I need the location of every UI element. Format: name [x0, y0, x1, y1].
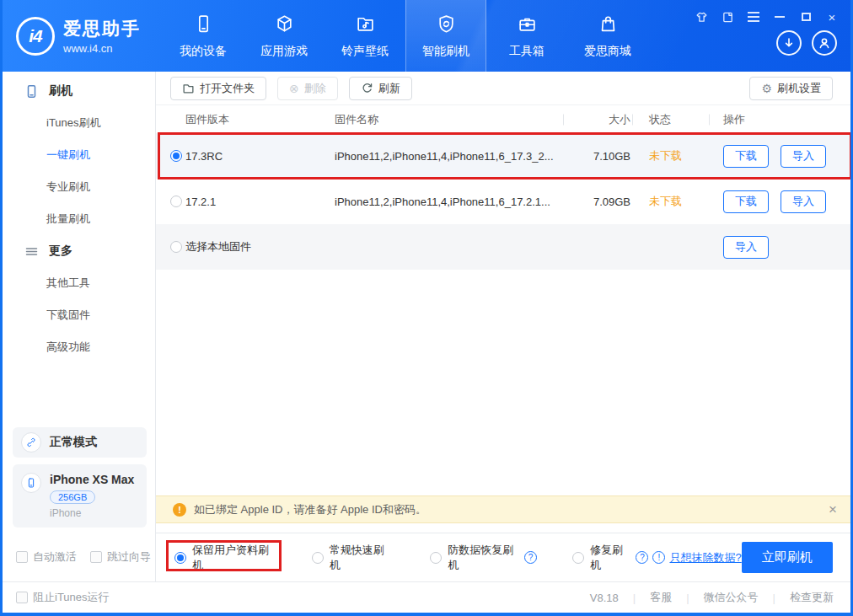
status-badge: 未下载	[649, 149, 682, 162]
import-button[interactable]: 导入	[723, 236, 769, 259]
firmware-toolbar: 打开文件夹 ⊗ 删除 刷新 ⚙ 刷机设置	[156, 72, 850, 105]
flash-mode-options: 保留用户资料刷机 常规快速刷机 防数据恢复刷机 ? 修复刷机 ? ! 只想抹除数…	[156, 533, 850, 581]
tab-apps-games[interactable]: 应用游戏	[244, 0, 325, 72]
bottom-left-options: 自动激活 跳过向导	[3, 533, 156, 581]
delete-button[interactable]: ⊗ 删除	[277, 77, 338, 100]
checkbox-icon[interactable]	[16, 551, 28, 563]
brand-name: 爱思助手	[63, 17, 141, 40]
help-question-icon[interactable]: ?	[524, 551, 537, 564]
device-name: iPhone XS Max	[50, 473, 134, 486]
sidebar-item-batch-flash[interactable]: 批量刷机	[3, 203, 155, 235]
tab-my-devices[interactable]: 我的设备	[163, 0, 244, 72]
wechat-official-link[interactable]: 微信公众号	[704, 590, 759, 605]
download-manager-icon[interactable]	[776, 30, 802, 56]
notice-close-icon[interactable]: ×	[829, 502, 837, 517]
tab-toolbox[interactable]: 工具箱	[486, 0, 567, 72]
row-radio[interactable]	[170, 196, 182, 207]
local-firmware-label: 选择本地固件	[185, 239, 711, 254]
shield-refresh-icon	[436, 13, 457, 37]
info-exclamation-icon[interactable]: !	[652, 551, 665, 564]
radio-repair-flash[interactable]: 修复刷机	[572, 543, 630, 573]
radio-keep-user-data[interactable]: 保留用户资料刷机	[174, 543, 272, 573]
row-radio-selected[interactable]	[170, 150, 182, 162]
header-firmware-name: 固件名称	[335, 112, 571, 127]
customer-service-link[interactable]: 客服	[650, 590, 672, 605]
flash-settings-button[interactable]: ⚙ 刷机设置	[749, 77, 833, 100]
toolbox-icon	[517, 13, 538, 37]
firmware-version: 17.2.1	[185, 196, 335, 208]
firmware-row-17-3rc[interactable]: 17.3RC iPhone11,2,iPhone11,4,iPhone11,6_…	[156, 133, 850, 179]
radio-icon[interactable]	[572, 552, 584, 564]
close-icon[interactable]: ×	[825, 10, 839, 24]
theme-icon[interactable]	[695, 10, 708, 24]
sidebar-item-one-click-flash[interactable]: 一键刷机	[3, 139, 155, 171]
import-button[interactable]: 导入	[781, 145, 826, 168]
window-controls-zone: ×	[695, 0, 850, 72]
device-phone-icon	[21, 473, 41, 493]
checkbox-skip-wizard[interactable]: 跳过向导	[90, 549, 151, 565]
refresh-button[interactable]: 刷新	[349, 77, 412, 100]
circle-x-icon: ⊗	[289, 83, 299, 94]
sidebar-item-pro-flash[interactable]: 专业刷机	[3, 171, 155, 203]
row-radio[interactable]	[170, 241, 182, 253]
tab-i4-mall[interactable]: 爱思商城	[567, 0, 648, 72]
tab-ringtones-wallpapers[interactable]: 铃声壁纸	[325, 0, 405, 72]
app-header: i4 爱思助手 www.i4.cn 我的设备 应用游戏 铃声壁纸 智能刷机	[3, 0, 850, 72]
device-mode-card[interactable]: 正常模式	[13, 427, 147, 458]
tab-smart-flash[interactable]: 智能刷机	[405, 0, 486, 72]
import-button[interactable]: 导入	[781, 190, 826, 213]
list-lines-icon	[24, 244, 39, 259]
minimize-icon[interactable]	[773, 10, 786, 24]
firmware-row-17-2-1[interactable]: 17.2.1 iPhone11,2,iPhone11,4,iPhone11,6_…	[156, 179, 850, 224]
sidebar-item-other-tools[interactable]: 其他工具	[3, 267, 155, 299]
radio-anti-data-recovery-flash[interactable]: 防数据恢复刷机	[430, 543, 518, 573]
firmware-size: 7.09GB	[571, 196, 630, 208]
link-mode-icon	[21, 432, 41, 453]
check-update-link[interactable]: 检查更新	[790, 590, 834, 605]
header-firmware-version: 固件版本	[185, 112, 335, 127]
header-size: 大小	[571, 112, 630, 127]
refresh-icon	[361, 82, 373, 94]
checkbox-icon[interactable]	[90, 551, 102, 563]
checkbox-icon[interactable]	[16, 592, 28, 603]
user-account-icon[interactable]	[812, 30, 837, 56]
erase-data-link[interactable]: 只想抹除数据?	[669, 550, 741, 565]
separator: |	[686, 592, 689, 604]
sidebar-bottom: 正常模式 iPhone XS Max 256GB iPhone	[3, 427, 155, 533]
sidebar: 刷机 iTunes刷机 一键刷机 专业刷机 批量刷机 更多 其他工具 下载固件 …	[3, 72, 156, 533]
firmware-size: 7.10GB	[571, 150, 630, 163]
sidebar-item-itunes-flash[interactable]: iTunes刷机	[3, 107, 155, 139]
radio-normal-quick-flash[interactable]: 常规快速刷机	[312, 543, 389, 573]
sidebar-section-more[interactable]: 更多	[3, 235, 155, 267]
firmware-row-local[interactable]: 选择本地固件 导入	[156, 224, 850, 270]
sidebar-item-advanced-features[interactable]: 高级功能	[3, 331, 155, 363]
bottom-bar: 自动激活 跳过向导 保留用户资料刷机 常规快速刷机 防数据恢复刷机 ?	[3, 533, 850, 581]
firmware-name: iPhone11,2,iPhone11,4,iPhone11,6_17.2.1.…	[335, 196, 571, 208]
shopping-bag-icon	[598, 13, 619, 37]
feedback-note-icon[interactable]	[721, 10, 734, 24]
app-logo: i4 爱思助手 www.i4.cn	[3, 0, 141, 72]
menu-icon[interactable]	[747, 10, 760, 24]
download-button[interactable]: 下载	[723, 190, 769, 213]
radio-icon[interactable]	[312, 552, 324, 564]
folder-icon	[182, 82, 195, 94]
separator: |	[773, 592, 775, 604]
sidebar-section-flash[interactable]: 刷机	[3, 75, 155, 107]
content-area: 打开文件夹 ⊗ 删除 刷新 ⚙ 刷机设置 固件版本 固件名称	[156, 72, 850, 533]
maximize-icon[interactable]	[799, 10, 813, 24]
flash-now-button[interactable]: 立即刷机	[742, 542, 833, 573]
download-button[interactable]: 下载	[723, 145, 769, 168]
device-card[interactable]: iPhone XS Max 256GB iPhone	[13, 464, 147, 528]
open-folder-button[interactable]: 打开文件夹	[170, 77, 266, 100]
header-operation: 操作	[711, 112, 833, 127]
checkbox-auto-activate[interactable]: 自动激活	[16, 549, 77, 565]
help-question-icon[interactable]: ?	[636, 551, 648, 564]
cube-icon	[274, 13, 295, 37]
sidebar-item-download-firmware[interactable]: 下载固件	[3, 299, 155, 331]
brand-url: www.i4.cn	[63, 42, 141, 55]
status-bar: 阻止iTunes运行 V8.18 | 客服 | 微信公众号 | 检查更新	[3, 581, 850, 613]
checkbox-block-itunes[interactable]: 阻止iTunes运行	[16, 590, 110, 605]
music-folder-icon	[355, 13, 376, 37]
radio-icon[interactable]	[430, 552, 442, 564]
radio-icon-selected[interactable]	[174, 552, 186, 564]
